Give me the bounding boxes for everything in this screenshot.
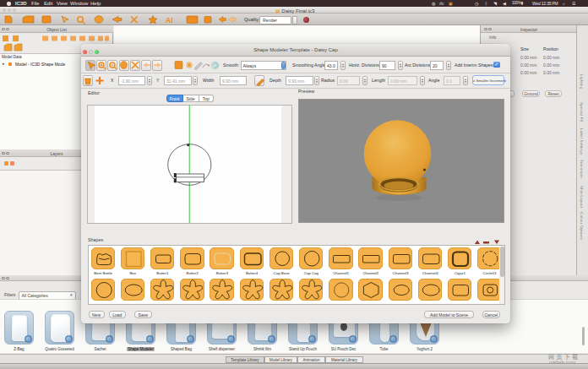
svg-text:AI: AI xyxy=(166,16,173,24)
